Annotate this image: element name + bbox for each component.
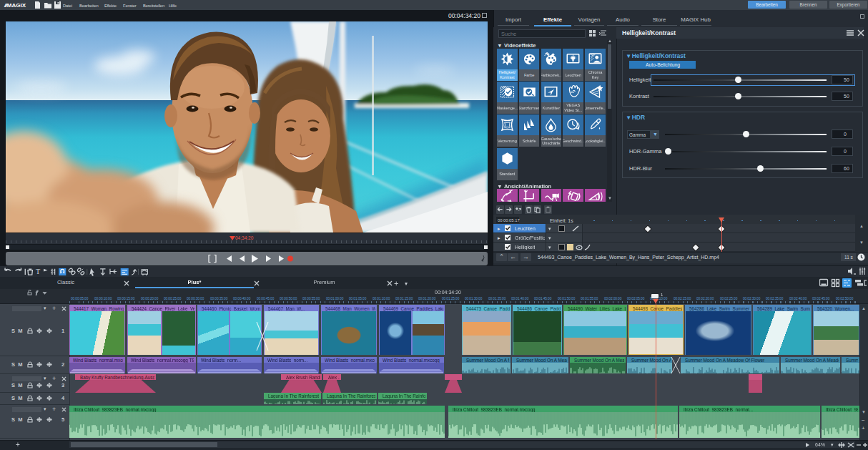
svg-text:f: f (36, 290, 39, 295)
svg-text:T: T (36, 268, 40, 275)
